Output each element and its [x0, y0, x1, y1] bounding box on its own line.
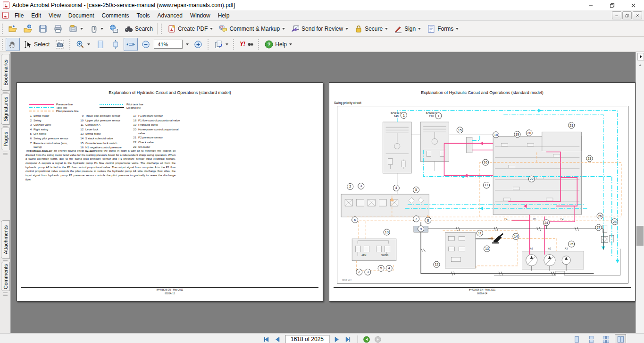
toolbar-grip[interactable]	[160, 24, 162, 34]
forms-button[interactable]: Forms	[424, 22, 461, 35]
svg-text:?: ?	[268, 42, 271, 47]
first-page-button[interactable]	[261, 335, 271, 343]
close-button[interactable]	[623, 0, 644, 10]
yahoo-search-button[interactable]: Y!	[237, 38, 256, 51]
scroll-up-arrow[interactable]	[636, 61, 644, 69]
doc-minimize-button[interactable]	[612, 11, 621, 19]
callout-number: 5	[380, 266, 382, 270]
create-pdf-button[interactable]: Create PDF	[165, 22, 215, 35]
scrollbar-thumb[interactable]	[636, 226, 644, 246]
snapshot-tool-button[interactable]	[53, 38, 67, 51]
legend-label: Electric line	[126, 106, 141, 109]
zoom-tool-button[interactable]	[73, 38, 92, 51]
menu-view[interactable]: View	[45, 11, 65, 20]
callout-number: 8	[427, 219, 429, 222]
toolbar-grip[interactable]	[1, 24, 3, 34]
open-web-button[interactable]	[21, 22, 35, 35]
page-display-button[interactable]	[211, 38, 231, 51]
comment-markup-button[interactable]: Comment & Markup	[216, 22, 287, 35]
minimize-button[interactable]	[580, 0, 602, 10]
help-button[interactable]: ? Help	[262, 38, 294, 51]
comment-markup-label: Comment & Markup	[229, 26, 280, 32]
continuous-layout-button[interactable]	[585, 334, 597, 343]
next-page-button[interactable]	[332, 335, 342, 343]
sidebar-tab-comments[interactable]: Comments	[1, 262, 10, 291]
next-view-button[interactable]	[373, 335, 383, 343]
fit-width-button[interactable]	[124, 38, 138, 51]
toolbar-grip[interactable]	[233, 39, 234, 50]
organizer-icon	[68, 24, 78, 34]
previous-view-button[interactable]	[361, 335, 372, 343]
toolbar-grip[interactable]	[1, 39, 3, 50]
app-icon	[2, 1, 10, 9]
doc-close-button[interactable]	[633, 11, 642, 19]
menu-advanced[interactable]: Advanced	[154, 11, 186, 20]
sidebar-tab-bookmarks[interactable]: Bookmarks	[1, 54, 10, 91]
previous-page-button[interactable]	[272, 335, 283, 343]
menu-tools[interactable]: Tools	[133, 11, 154, 20]
menu-document[interactable]: Document	[65, 11, 98, 20]
tab-grip	[3, 152, 8, 155]
doc-restore-button[interactable]	[622, 11, 632, 19]
section-label: Swing priority circuit	[334, 101, 361, 104]
zoom-in-button[interactable]	[191, 38, 205, 51]
sign-button[interactable]: Sign	[391, 22, 423, 35]
continuous-facing-layout-button[interactable]	[600, 334, 611, 343]
single-page-layout-button[interactable]	[571, 334, 582, 343]
toolbar-grip[interactable]	[258, 39, 259, 50]
hand-tool-button[interactable]	[6, 38, 20, 51]
list-item: 7Remote control valve (arm, swing)	[27, 141, 75, 149]
zoom-level-dropdown[interactable]	[184, 41, 190, 48]
send-review-icon	[291, 24, 300, 34]
callout-number: 27	[597, 226, 601, 229]
sidebar-tab-pages[interactable]: Pages	[1, 128, 10, 150]
fit-width-icon	[126, 40, 135, 49]
hydraulic-diagram: SH240-6 240 SH200-6 210 A1 A2 A3 P1 PA P…	[337, 106, 628, 283]
list-item: 17P1 pressure sensor	[132, 114, 185, 118]
facing-layout-button[interactable]	[615, 334, 626, 343]
legend-label: Tank line	[56, 106, 67, 109]
toolbar-grip[interactable]	[69, 39, 71, 50]
menu-edit[interactable]: Edit	[27, 11, 45, 20]
email-button[interactable]	[107, 22, 121, 35]
fit-height-button[interactable]	[109, 38, 123, 51]
callout-number: 12	[435, 263, 438, 266]
menu-help[interactable]: Help	[214, 11, 234, 20]
print-button[interactable]	[51, 22, 65, 35]
send-for-review-button[interactable]: Send for Review	[288, 22, 351, 35]
list-item: 5Left swing	[27, 132, 75, 136]
page-number-field[interactable]	[285, 335, 329, 343]
menu-comments[interactable]: Comments	[98, 11, 133, 20]
last-page-button[interactable]	[343, 335, 353, 343]
zoom-level-field[interactable]: 41%	[154, 40, 183, 49]
organizer-button[interactable]	[66, 22, 85, 35]
callout-number: 5	[415, 188, 417, 191]
open-button[interactable]	[6, 22, 20, 35]
select-tool-button[interactable]: Select	[21, 38, 52, 51]
status-bar	[0, 333, 644, 343]
list-item: 9Travel pilot pressure sensor	[79, 114, 128, 118]
pdf-page-left: Explanation of Hydraulic Circuit and Ope…	[17, 82, 323, 301]
secure-button[interactable]: Secure	[351, 22, 390, 35]
panel-toggle-button[interactable]	[637, 53, 644, 60]
sidebar-tab-attachments[interactable]: Attachments	[1, 220, 10, 259]
vertical-scrollbar[interactable]	[636, 52, 644, 333]
search-button[interactable]: Search	[122, 22, 155, 35]
callout-number: 9	[420, 227, 422, 231]
motor2-model-label: SH200-6	[426, 111, 437, 114]
zoom-out-button[interactable]	[139, 38, 153, 51]
menu-window[interactable]: Window	[186, 11, 214, 20]
toolbar-grip[interactable]	[207, 39, 209, 50]
chevron-down-icon	[87, 43, 90, 45]
page-layout-buttons	[571, 334, 626, 343]
attach-button[interactable]	[86, 22, 106, 35]
sidebar-tab-signatures[interactable]: Signatures	[1, 94, 10, 125]
callout-number: 3	[367, 270, 368, 274]
save-button[interactable]	[36, 22, 50, 35]
fit-page-button[interactable]	[93, 38, 108, 51]
list-item: 15Console lever lock switch	[79, 141, 128, 145]
restore-button[interactable]	[602, 0, 623, 10]
page-footer: 84403826 EN - May 2011 8026A-14	[329, 288, 635, 295]
menu-file[interactable]: File	[11, 11, 27, 20]
footer-doc-id: 84403826 EN - May 2011	[17, 288, 323, 292]
